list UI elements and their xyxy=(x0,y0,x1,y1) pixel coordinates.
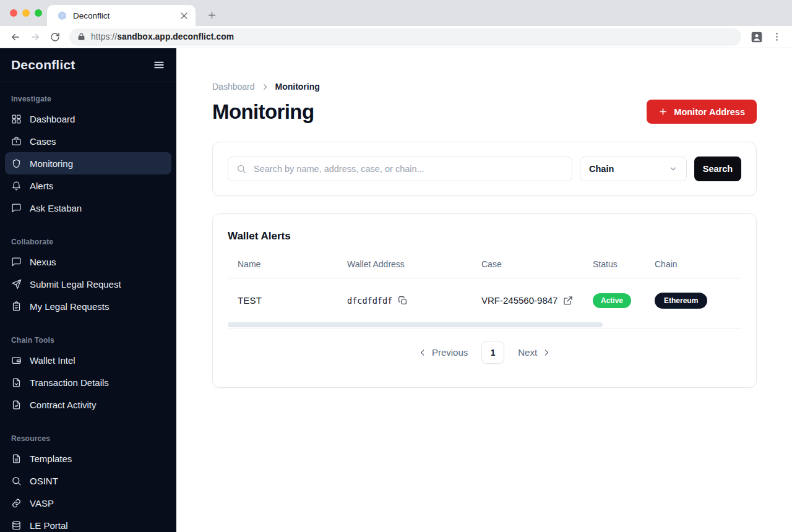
sidebar: Deconflict InvestigateDashboardCasesMoni… xyxy=(0,48,176,532)
tab-title: Deconflict xyxy=(73,11,173,20)
pagination-next[interactable]: Next xyxy=(518,347,551,358)
file-text-icon xyxy=(11,453,22,464)
sidebar-item-templates[interactable]: Templates xyxy=(5,447,171,470)
sidebar-item-label: OSINT xyxy=(30,476,58,486)
lock-icon xyxy=(77,33,85,41)
sidebar-item-label: Wallet Intel xyxy=(30,355,75,366)
search-icon xyxy=(11,476,22,486)
sidebar-item-label: Alerts xyxy=(30,181,53,191)
sidebar-item-label: Templates xyxy=(30,453,72,464)
sidebar-item-label: Dashboard xyxy=(30,114,75,124)
monitor-address-button[interactable]: Monitor Address xyxy=(647,100,757,124)
sidebar-item-my-legal-requests[interactable]: My Legal Requests xyxy=(5,295,171,317)
browser-chrome: Deconflict https://sandbox.app.deconflic… xyxy=(0,0,792,48)
horizontal-scrollbar[interactable] xyxy=(228,322,603,327)
app-logo[interactable]: Deconflict xyxy=(11,58,75,72)
sidebar-item-wallet-intel[interactable]: Wallet Intel xyxy=(5,349,171,371)
page-title: Monitoring xyxy=(212,100,314,124)
copy-icon[interactable] xyxy=(398,296,408,306)
file-arrow-icon xyxy=(11,377,22,388)
next-label: Next xyxy=(518,347,537,358)
window-minimize-button[interactable] xyxy=(22,9,30,17)
file-chart-icon xyxy=(11,400,22,410)
link-icon xyxy=(11,498,22,508)
sidebar-item-nexus[interactable]: Nexus xyxy=(5,251,171,273)
wallet-icon xyxy=(11,355,22,366)
sidebar-item-submit-legal-request[interactable]: Submit Legal Request xyxy=(5,273,171,295)
breadcrumb: Dashboard Monitoring xyxy=(212,82,757,92)
chevron-down-icon xyxy=(669,165,678,173)
table-body: TESTdfcdfdfdfVRF-245560-9847ActiveEthere… xyxy=(228,278,741,322)
external-link-icon[interactable] xyxy=(563,296,573,306)
nav-section-collaborate: Collaborate xyxy=(11,238,165,246)
address-bar[interactable]: https://sandbox.app.deconflict.com xyxy=(69,28,741,46)
sidebar-item-vasp[interactable]: VASP xyxy=(5,492,171,514)
sidebar-item-label: Submit Legal Request xyxy=(30,279,121,290)
plus-icon xyxy=(658,107,668,116)
wallet-alerts-card: Wallet Alerts NameWallet AddressCaseStat… xyxy=(212,213,757,388)
sidebar-item-dashboard[interactable]: Dashboard xyxy=(5,108,171,130)
pagination-page-current[interactable]: 1 xyxy=(481,341,504,364)
column-header-wallet-address: Wallet Address xyxy=(347,259,481,278)
search-card: Chain Search xyxy=(212,142,757,196)
sidebar-item-label: VASP xyxy=(30,498,54,508)
bell-icon xyxy=(11,181,22,191)
sidebar-item-ask-estaban[interactable]: Ask Estaban xyxy=(5,197,171,219)
breadcrumb-parent[interactable]: Dashboard xyxy=(212,82,255,92)
sidebar-item-label: My Legal Requests xyxy=(30,301,109,312)
sidebar-item-osint[interactable]: OSINT xyxy=(5,470,171,492)
chevron-left-icon xyxy=(418,348,427,357)
cell-chain: Ethereum xyxy=(655,293,741,309)
scrollbar-track xyxy=(228,322,741,329)
nav-section-chain-tools: Chain Tools xyxy=(11,336,165,345)
chat-icon xyxy=(11,203,22,213)
grid-icon xyxy=(11,114,22,124)
briefcase-icon xyxy=(11,136,22,147)
sidebar-item-label: Cases xyxy=(30,136,56,147)
profile-avatar-icon[interactable] xyxy=(747,28,766,46)
window-close-button[interactable] xyxy=(10,9,17,17)
chain-filter-select[interactable]: Chain xyxy=(580,157,687,181)
cell-status: Active xyxy=(593,293,655,308)
table-row: TESTdfcdfdfdfVRF-245560-9847ActiveEthere… xyxy=(228,278,741,322)
nav-section-resources: Resources xyxy=(11,434,165,443)
window-zoom-button[interactable] xyxy=(35,9,42,17)
browser-menu-icon[interactable] xyxy=(767,28,786,46)
reload-button[interactable] xyxy=(46,28,64,46)
cell-case: VRF-245560-9847 xyxy=(481,295,593,306)
sidebar-nav: InvestigateDashboardCasesMonitoringAlert… xyxy=(0,95,176,532)
sidebar-item-alerts[interactable]: Alerts xyxy=(5,174,171,197)
back-button[interactable] xyxy=(6,28,25,46)
column-header-case: Case xyxy=(481,259,593,278)
sidebar-item-le-portal[interactable]: LE Portal xyxy=(5,514,171,532)
sidebar-item-contract-activity[interactable]: Contract Activity xyxy=(5,393,171,416)
sidebar-item-label: Contract Activity xyxy=(30,400,97,410)
pagination-previous[interactable]: Previous xyxy=(418,347,468,358)
column-header-chain: Chain xyxy=(655,259,741,278)
tab-close-icon[interactable] xyxy=(179,11,189,21)
chevron-right-icon xyxy=(261,83,269,91)
chevron-right-icon xyxy=(542,348,551,357)
sidebar-item-cases[interactable]: Cases xyxy=(5,130,171,152)
column-header-status: Status xyxy=(593,259,655,278)
tab-strip: Deconflict xyxy=(0,0,792,26)
sidebar-item-label: Nexus xyxy=(30,257,56,267)
wallet-address-value: dfcdfdfdf xyxy=(347,296,392,306)
browser-tab[interactable]: Deconflict xyxy=(47,5,196,26)
case-id[interactable]: VRF-245560-9847 xyxy=(481,295,557,306)
search-input[interactable] xyxy=(252,163,564,174)
shield-icon xyxy=(11,158,22,169)
sidebar-toggle-icon[interactable] xyxy=(153,59,165,71)
window-controls xyxy=(10,0,42,26)
sidebar-item-label: Transaction Details xyxy=(30,377,109,388)
cell-wallet-address: dfcdfdfdf xyxy=(347,296,481,306)
search-button[interactable]: Search xyxy=(694,157,741,181)
pagination: Previous 1 Next xyxy=(228,341,741,364)
sidebar-item-monitoring[interactable]: Monitoring xyxy=(5,152,171,174)
new-tab-button[interactable] xyxy=(203,6,220,24)
sidebar-item-label: Ask Estaban xyxy=(30,203,82,213)
forward-button[interactable] xyxy=(26,28,45,46)
nav-section-investigate: Investigate xyxy=(11,95,165,103)
page-header: Monitoring Monitor Address xyxy=(212,100,757,124)
sidebar-item-transaction-details[interactable]: Transaction Details xyxy=(5,371,171,393)
